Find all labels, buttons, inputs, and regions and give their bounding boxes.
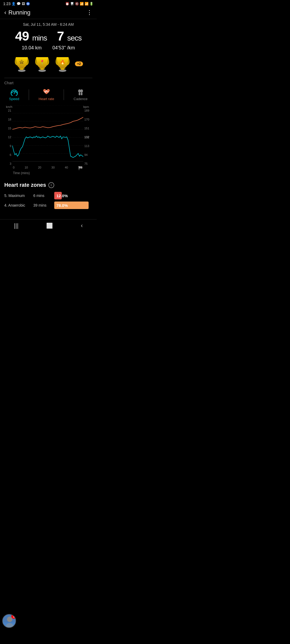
- chart-inner: [12, 105, 83, 163]
- tab-speed[interactable]: Speed: [9, 88, 19, 101]
- hr-zone-anaerobic-bar-wrap: 78.0%: [54, 202, 92, 209]
- top-bar: ‹ Running ⋮: [0, 7, 97, 19]
- cadence-icon: [76, 88, 85, 96]
- y-left-3: 3: [4, 162, 11, 165]
- mute-icon: 🔇: [75, 2, 79, 6]
- hr-zones-section: Heart rate zones i 5. Maximum 6 mins 12.…: [4, 179, 92, 217]
- workout-distance: 10.04 km: [22, 45, 42, 51]
- x-label-30: 30: [51, 166, 55, 170]
- chart-tabs: Speed Heart rate Cadence: [4, 88, 92, 101]
- trophies-row: 🛣 📍: [4, 55, 92, 72]
- extra-trophies-badge: +2: [75, 61, 83, 66]
- menu-button[interactable]: ⋮: [86, 9, 92, 16]
- signal-icon: 📶: [85, 2, 89, 6]
- y-right-94: 94: [84, 153, 92, 156]
- x-label-40: 40: [65, 166, 68, 170]
- duration-mins: 49: [15, 29, 29, 43]
- heartrate-icon: [42, 88, 51, 96]
- y-axis-left-container: km/h 21 18 15 12 9 6 3: [4, 105, 12, 165]
- hr-zone-anaerobic-name: 4. Anaerobic: [4, 203, 31, 207]
- x-label-10: 10: [25, 166, 28, 170]
- chart-with-axes: km/h 21 18 15 12 9 6 3: [4, 105, 92, 165]
- hr-zone-anaerobic-time: 39 mins: [33, 203, 52, 207]
- top-bar-left: ‹ Running: [4, 9, 30, 16]
- trophy-fire: 🔥: [55, 55, 71, 72]
- tab-divider-2: [64, 89, 64, 100]
- y-left-18: 18: [4, 118, 11, 121]
- back-button[interactable]: ‹: [4, 9, 6, 16]
- person-icon: 👤: [12, 2, 16, 6]
- hr-zones-info-button[interactable]: i: [48, 182, 54, 188]
- tab-divider-1: [29, 89, 29, 100]
- chart-svg: [12, 105, 83, 162]
- tab-speed-label: Speed: [9, 97, 19, 101]
- alarm-icon: ⏰: [65, 2, 69, 6]
- x-label-20: 20: [38, 166, 41, 170]
- nav-back-button[interactable]: ‹: [81, 222, 83, 229]
- y-axis-right: 189 170 151 132 113 94 75: [83, 109, 92, 165]
- y-left-6: 6: [4, 153, 11, 156]
- workout-date: Sat, Jul 11, 5:34 AM - 6:24 AM: [4, 22, 92, 27]
- y-axis-left-header: km/h: [4, 105, 12, 108]
- tab-cadence-label: Cadence: [74, 97, 88, 101]
- nav-home-button[interactable]: ⬜: [46, 222, 53, 229]
- chart-section: Chart Speed Heart rate: [4, 78, 92, 175]
- y-right-132: 132: [84, 136, 92, 139]
- svg-text:🔥: 🔥: [60, 60, 65, 65]
- workout-pace: 04'53" /km: [52, 45, 75, 51]
- svg-rect-2: [19, 68, 24, 69]
- duration-mins-unit: mins: [32, 34, 47, 42]
- hr-zone-anaerobic-percent: 78.0%: [56, 203, 68, 208]
- hr-zone-maximum-percent: 12.0%: [56, 193, 68, 198]
- bottom-nav: ||| ⬜ ‹: [0, 219, 97, 231]
- nav-recents-button[interactable]: |||: [14, 222, 19, 229]
- speed-icon: [10, 88, 19, 96]
- hr-zones-title: Heart rate zones i: [4, 182, 92, 188]
- y-right-189: 189: [84, 109, 92, 112]
- hr-zones-title-text: Heart rate zones: [4, 182, 46, 188]
- x-axis-row: 0 10 20 30 40 🏁: [13, 165, 83, 171]
- chart-label: Chart: [4, 81, 92, 85]
- hr-zone-maximum-bar-wrap: 12.0%: [54, 192, 92, 199]
- trophy-road: 🛣: [14, 55, 30, 72]
- hr-zone-maximum: 5. Maximum 6 mins 12.0%: [4, 192, 92, 199]
- svg-text:📍: 📍: [39, 60, 45, 65]
- x-axis-label: Time (mins): [13, 171, 92, 175]
- y-right-151: 151: [84, 127, 92, 130]
- y-right-170: 170: [84, 118, 92, 121]
- y-axis-right-header: bpm: [83, 105, 92, 108]
- page-title: Running: [8, 9, 30, 16]
- status-right: ⏰ 🦷 🔇 📶 📶 🔋: [65, 2, 93, 6]
- status-time: 1:23: [3, 2, 10, 6]
- tab-cadence[interactable]: Cadence: [74, 88, 88, 101]
- status-bar: 1:23 👤 💬 🖼 Ⓜ️ ⏰ 🦷 🔇 📶 📶 🔋: [0, 0, 97, 7]
- hr-zone-anaerobic-bar: 78.0%: [54, 202, 89, 209]
- svg-point-14: [14, 93, 15, 94]
- trophy-location: 📍: [34, 55, 50, 72]
- duration-secs-unit: secs: [67, 34, 82, 42]
- svg-rect-18: [81, 93, 82, 95]
- svg-text:🛣: 🛣: [19, 59, 24, 65]
- y-right-75: 75: [84, 162, 92, 165]
- y-left-21: 21: [4, 109, 11, 112]
- workout-stats: 10.04 km 04'53" /km: [4, 45, 92, 51]
- duration-secs: 7: [57, 29, 64, 43]
- hr-zone-maximum-bar: 12.0%: [54, 192, 62, 199]
- hr-zone-anaerobic: 4. Anaerobic 39 mins 78.0%: [4, 202, 92, 209]
- messenger2-icon: Ⓜ️: [26, 2, 30, 6]
- hr-zone-maximum-time: 6 mins: [33, 193, 52, 198]
- y-axis-left: 21 18 15 12 9 6 3: [4, 109, 12, 165]
- wifi-icon: 📶: [80, 2, 84, 6]
- status-left: 1:23 👤 💬 🖼 Ⓜ️: [3, 2, 30, 6]
- y-axis-right-container: bpm 189 170 151 132 113 94 75: [83, 105, 92, 165]
- tab-heartrate-label: Heart rate: [39, 97, 54, 101]
- finish-flag-icon: 🏁: [78, 166, 83, 170]
- main-content: Sat, Jul 11, 5:34 AM - 6:24 AM 49 mins 7…: [0, 19, 97, 217]
- bluetooth-icon: 🦷: [70, 2, 74, 6]
- hr-zone-maximum-name: 5. Maximum: [4, 193, 31, 198]
- battery-icon: 🔋: [89, 2, 93, 6]
- y-left-12: 12: [4, 136, 11, 139]
- tab-heartrate[interactable]: Heart rate: [39, 88, 54, 101]
- y-left-9: 9: [4, 144, 11, 148]
- workout-duration: 49 mins 7 secs: [4, 29, 92, 43]
